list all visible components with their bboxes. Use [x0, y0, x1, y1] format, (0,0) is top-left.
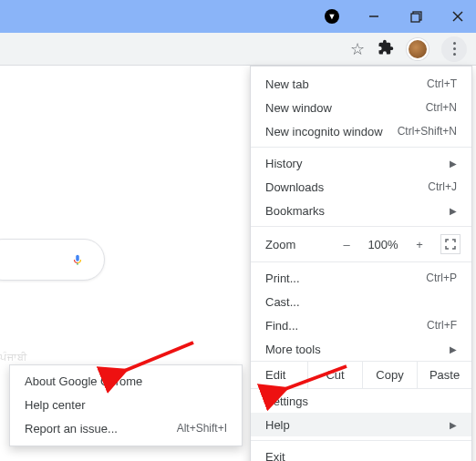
menu-shortcut: Ctrl+N — [426, 101, 457, 114]
menu-label: Bookmarks — [265, 204, 325, 218]
zoom-value: 100% — [364, 238, 402, 251]
menu-label: Exit — [265, 450, 285, 462]
edit-copy[interactable]: Copy — [362, 362, 417, 388]
menu-new-tab[interactable]: New tab Ctrl+T — [251, 72, 471, 96]
bookmark-star-icon[interactable]: ☆ — [350, 39, 365, 59]
menu-label: New tab — [265, 77, 309, 91]
menu-label: Help — [265, 418, 290, 432]
fullscreen-button[interactable] — [440, 234, 460, 254]
voice-search-icon[interactable] — [71, 251, 84, 268]
submenu-arrow-icon: ▶ — [450, 206, 457, 216]
menu-print[interactable]: Print... Ctrl+P — [251, 266, 471, 290]
main-menu-button[interactable] — [441, 36, 467, 62]
menu-find[interactable]: Find... Ctrl+F — [251, 313, 471, 337]
menu-separator — [251, 440, 471, 441]
menu-bookmarks[interactable]: Bookmarks ▶ — [251, 199, 471, 222]
edit-cut[interactable]: Cut — [307, 362, 362, 388]
menu-new-window[interactable]: New window Ctrl+N — [251, 96, 471, 119]
zoom-label: Zoom — [265, 238, 329, 251]
menu-separator — [251, 226, 471, 227]
menu-zoom-row: Zoom – 100% + — [251, 230, 471, 258]
edit-paste[interactable]: Paste — [417, 362, 471, 388]
menu-separator — [251, 261, 471, 262]
submenu-about[interactable]: About Google Chrome — [10, 370, 242, 394]
menu-label: Settings — [265, 394, 308, 408]
menu-label: Find... — [265, 319, 298, 333]
submenu-arrow-icon: ▶ — [450, 420, 457, 430]
search-box[interactable] — [0, 239, 105, 281]
menu-cast[interactable]: Cast... — [251, 290, 471, 313]
account-dropdown-icon[interactable]: ▼ — [319, 4, 345, 29]
extensions-icon[interactable] — [378, 39, 394, 59]
zoom-in-button[interactable]: + — [408, 238, 431, 251]
menu-label: More tools — [265, 343, 321, 356]
menu-settings[interactable]: Settings — [251, 389, 471, 413]
maximize-button[interactable] — [403, 4, 429, 29]
decorative-text: ਪੰਜਾਬੀ — [0, 352, 44, 363]
window-titlebar: ▼ — [0, 0, 476, 33]
menu-label: History — [265, 157, 302, 170]
submenu-help-center[interactable]: Help center — [10, 394, 242, 417]
menu-label: Cast... — [265, 295, 300, 309]
edit-label: Edit — [251, 362, 307, 388]
menu-downloads[interactable]: Downloads Ctrl+J — [251, 175, 471, 199]
menu-label: New incognito window — [265, 125, 383, 138]
menu-shortcut: Ctrl+P — [426, 271, 457, 284]
menu-separator — [251, 147, 471, 148]
submenu-shortcut: Alt+Shift+I — [177, 422, 227, 436]
minimize-button[interactable] — [361, 4, 387, 29]
submenu-arrow-icon: ▶ — [450, 159, 457, 169]
menu-help[interactable]: Help ▶ — [251, 413, 471, 436]
menu-shortcut: Ctrl+F — [427, 319, 457, 332]
menu-incognito[interactable]: New incognito window Ctrl+Shift+N — [251, 119, 471, 143]
chrome-main-menu: New tab Ctrl+T New window Ctrl+N New inc… — [250, 66, 472, 461]
submenu-label: Report an issue... — [25, 422, 118, 436]
menu-shortcut: Ctrl+Shift+N — [398, 125, 457, 138]
menu-shortcut: Ctrl+T — [427, 77, 457, 90]
close-button[interactable] — [445, 4, 471, 29]
submenu-report-issue[interactable]: Report an issue... Alt+Shift+I — [10, 417, 242, 441]
browser-toolbar: ☆ — [0, 33, 476, 66]
menu-shortcut: Ctrl+J — [428, 180, 457, 193]
submenu-arrow-icon: ▶ — [450, 344, 457, 354]
zoom-out-button[interactable]: – — [335, 238, 358, 251]
menu-exit[interactable]: Exit — [251, 445, 471, 461]
menu-edit-row: Edit Cut Copy Paste — [251, 361, 471, 389]
menu-label: Downloads — [265, 180, 324, 194]
svg-rect-2 — [411, 14, 419, 22]
help-submenu: About Google Chrome Help center Report a… — [9, 364, 243, 446]
menu-label: New window — [265, 101, 332, 115]
submenu-label: Help center — [25, 398, 85, 413]
menu-history[interactable]: History ▶ — [251, 151, 471, 175]
profile-avatar[interactable] — [407, 38, 429, 60]
menu-label: Print... — [265, 271, 300, 285]
submenu-label: About Google Chrome — [25, 374, 142, 389]
menu-more-tools[interactable]: More tools ▶ — [251, 337, 471, 361]
